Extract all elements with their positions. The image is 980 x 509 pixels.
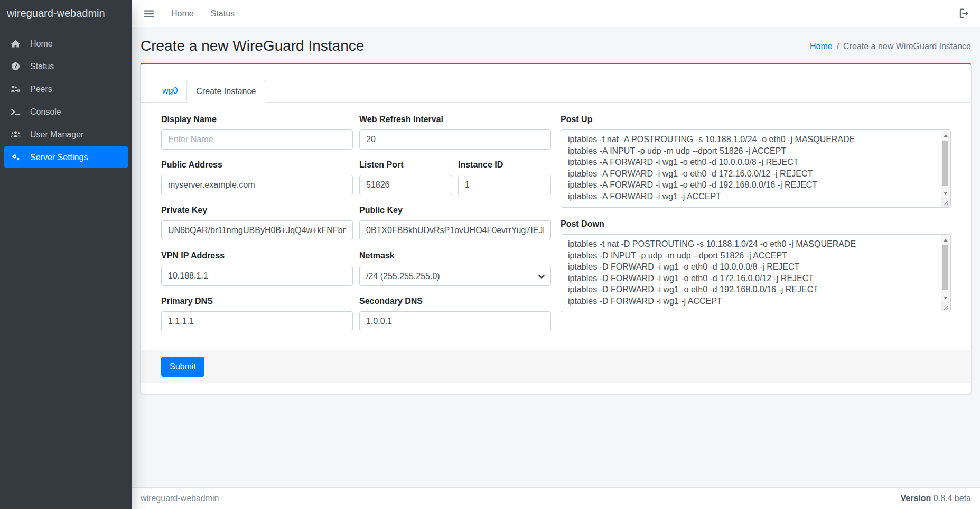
netmask-group: Netmask /24 (255.255.255.0) bbox=[359, 250, 551, 286]
vpn-ip-label: VPN IP Address bbox=[161, 250, 353, 262]
vpn-ip-input[interactable] bbox=[161, 266, 353, 286]
logout-icon[interactable] bbox=[958, 7, 970, 20]
navbar-link-status[interactable]: Status bbox=[202, 5, 243, 23]
public-key-group: Public Key bbox=[359, 205, 551, 240]
display-name-input[interactable] bbox=[161, 129, 353, 150]
sidebar: wireguard-webadmin Home Status Peers bbox=[0, 0, 132, 509]
breadcrumb-current: Create a new WireGuard Instance bbox=[843, 42, 971, 51]
listen-port-label: Listen Port bbox=[359, 159, 452, 171]
post-up-scrollbar[interactable] bbox=[941, 131, 950, 207]
scroll-up-icon[interactable] bbox=[941, 132, 950, 139]
home-icon bbox=[11, 39, 25, 49]
create-instance-card: wg0 Create Instance Display Name Public … bbox=[141, 63, 971, 394]
top-navbar: Home Status bbox=[132, 0, 980, 27]
card-footer bbox=[141, 350, 971, 383]
sidebar-item-home[interactable]: Home bbox=[4, 33, 128, 54]
secondary-dns-input[interactable] bbox=[359, 311, 551, 331]
post-down-group: Post Down iptables -t nat -D POSTROUTING… bbox=[561, 218, 951, 312]
version-value: 0.8.4 beta bbox=[934, 494, 971, 503]
page-title: Create a new WireGuard Instance bbox=[141, 38, 364, 54]
listen-port-input[interactable] bbox=[359, 175, 452, 195]
secondary-dns-group: Secondary DNS bbox=[359, 295, 551, 331]
footer-version: Version 0.8.4 beta bbox=[901, 494, 971, 503]
web-refresh-input[interactable] bbox=[359, 129, 551, 150]
sidebar-item-label: User Manager bbox=[30, 130, 83, 140]
web-refresh-label: Web Refresh Interval bbox=[359, 114, 551, 125]
scrollbar-thumb[interactable] bbox=[942, 245, 948, 290]
tab-wg0[interactable]: wg0 bbox=[153, 80, 186, 103]
sidebar-item-label: Server Settings bbox=[30, 153, 88, 162]
menu-toggle-icon[interactable] bbox=[143, 7, 155, 20]
sidebar-item-label: Status bbox=[30, 62, 54, 71]
post-up-textarea[interactable]: iptables -t nat -A POSTROUTING -s 10.188… bbox=[561, 129, 951, 208]
post-up-text: iptables -t nat -A POSTROUTING -s 10.188… bbox=[568, 134, 938, 206]
public-address-group: Public Address bbox=[161, 159, 353, 195]
display-name-label: Display Name bbox=[161, 114, 353, 125]
post-down-scrollbar[interactable] bbox=[941, 235, 950, 311]
brand-title[interactable]: wireguard-webadmin bbox=[0, 0, 132, 27]
submit-button[interactable]: Submit bbox=[161, 357, 204, 377]
sidebar-item-console[interactable]: Console bbox=[4, 101, 128, 123]
terminal-icon bbox=[11, 107, 25, 117]
scroll-down-icon[interactable] bbox=[941, 189, 950, 197]
web-refresh-group: Web Refresh Interval bbox=[359, 114, 551, 150]
public-address-label: Public Address bbox=[161, 159, 353, 171]
sidebar-item-label: Home bbox=[30, 39, 53, 49]
resize-grip-icon[interactable] bbox=[941, 198, 950, 207]
vpn-ip-group: VPN IP Address bbox=[161, 250, 353, 286]
breadcrumb-home-link[interactable]: Home bbox=[810, 42, 833, 51]
users-gear-icon bbox=[11, 85, 25, 94]
post-up-label: Post Up bbox=[561, 114, 951, 125]
primary-dns-group: Primary DNS bbox=[161, 295, 353, 331]
tab-create-instance[interactable]: Create Instance bbox=[186, 80, 265, 103]
sidebar-item-server-settings[interactable]: Server Settings bbox=[4, 146, 128, 168]
instance-id-group: Instance ID bbox=[458, 159, 551, 195]
scroll-up-icon[interactable] bbox=[941, 236, 950, 244]
private-key-input[interactable] bbox=[161, 220, 353, 240]
post-up-group: Post Up iptables -t nat -A POSTROUTING -… bbox=[561, 114, 951, 208]
primary-dns-input[interactable] bbox=[161, 311, 353, 331]
primary-dns-label: Primary DNS bbox=[161, 295, 353, 307]
resize-grip-icon[interactable] bbox=[941, 302, 950, 311]
gauge-icon bbox=[11, 62, 25, 71]
navbar-link-home[interactable]: Home bbox=[163, 5, 202, 23]
sidebar-item-status[interactable]: Status bbox=[4, 55, 128, 77]
instance-id-input[interactable] bbox=[458, 175, 551, 195]
public-key-label: Public Key bbox=[359, 205, 551, 216]
netmask-select[interactable]: /24 (255.255.255.0) bbox=[359, 266, 551, 286]
sidebar-nav: Home Status Peers Console bbox=[0, 27, 132, 174]
post-down-label: Post Down bbox=[561, 218, 951, 230]
users-icon bbox=[11, 130, 25, 140]
instance-tabs: wg0 Create Instance bbox=[153, 80, 265, 103]
public-key-input[interactable] bbox=[359, 220, 551, 240]
breadcrumb: Home / Create a new WireGuard Instance bbox=[810, 42, 971, 51]
scroll-down-icon[interactable] bbox=[941, 294, 950, 301]
breadcrumb-separator: / bbox=[837, 42, 839, 51]
sidebar-item-label: Peers bbox=[30, 85, 52, 94]
sidebar-item-label: Console bbox=[30, 107, 61, 117]
sidebar-item-user-manager[interactable]: User Manager bbox=[4, 124, 128, 145]
version-label: Version bbox=[901, 494, 931, 503]
app-window: wireguard-webadmin Home Status Peers bbox=[0, 0, 980, 509]
footer-brand: wireguard-webadmin bbox=[141, 494, 219, 503]
page-footer: wireguard-webadmin Version 0.8.4 beta bbox=[132, 487, 980, 509]
listen-port-group: Listen Port bbox=[359, 159, 452, 195]
scrollbar-thumb[interactable] bbox=[942, 141, 948, 186]
sidebar-item-peers[interactable]: Peers bbox=[4, 78, 128, 100]
instance-id-label: Instance ID bbox=[458, 159, 551, 171]
private-key-label: Private Key bbox=[161, 205, 353, 216]
netmask-label: Netmask bbox=[359, 250, 551, 262]
gears-icon bbox=[11, 153, 25, 162]
secondary-dns-label: Secondary DNS bbox=[359, 295, 551, 307]
display-name-group: Display Name bbox=[161, 114, 353, 150]
public-address-input[interactable] bbox=[161, 175, 353, 195]
post-down-textarea[interactable]: iptables -t nat -D POSTROUTING -s 10.188… bbox=[561, 234, 951, 312]
private-key-group: Private Key bbox=[161, 205, 353, 240]
post-down-text: iptables -t nat -D POSTROUTING -s 10.188… bbox=[568, 238, 938, 311]
